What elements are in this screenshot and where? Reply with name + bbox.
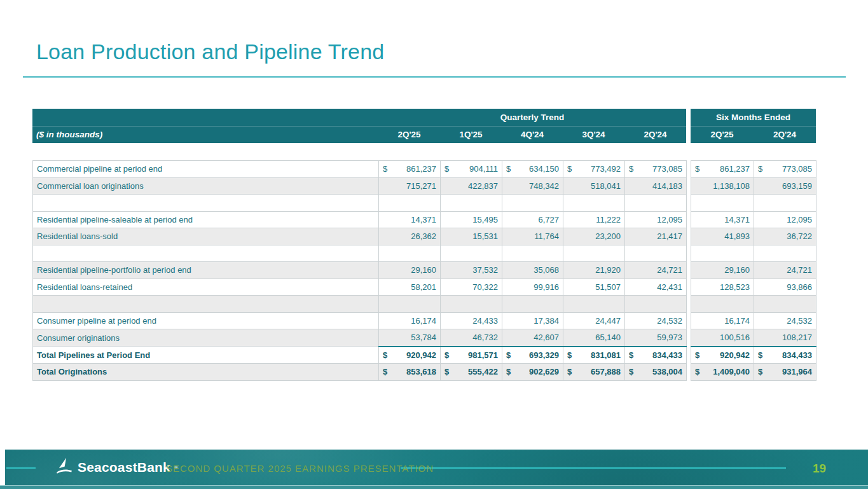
table-group-header-row: Quarterly Trend Six Months Ended [32, 109, 816, 126]
loan-table-body: Commercial pipeline at period end$861,23… [33, 161, 816, 381]
cell-value: 1,138,108 [691, 177, 754, 195]
cell-value [691, 296, 754, 313]
column-gap [687, 279, 691, 296]
dollar-sign: $ [444, 164, 449, 174]
row-label [33, 195, 379, 212]
cell-value: 16,174 [691, 312, 754, 329]
cell-value [441, 296, 502, 313]
column-header-q5: 2Q'24 [624, 126, 686, 143]
cell-value: 15,531 [441, 228, 502, 245]
dollar-sign: $ [758, 164, 762, 174]
cell-value: $902,629 [502, 364, 563, 381]
cell-value: 26,362 [379, 228, 441, 245]
cell-value: $920,942 [691, 347, 754, 364]
column-header-q2: 1Q'25 [440, 126, 502, 143]
presentation-caption: SECOND QUARTER 2025 EARNINGS PRESENTATIO… [166, 463, 434, 474]
cell-value: 42,431 [625, 279, 687, 296]
cell-value [625, 195, 687, 212]
cell-value [379, 245, 441, 262]
cell-value: 21,920 [563, 262, 625, 279]
dollar-sign: $ [758, 350, 762, 360]
table-row: Commercial loan originations715,271422,8… [33, 177, 816, 195]
cell-value [502, 195, 563, 212]
row-label: Commercial pipeline at period end [33, 161, 379, 178]
loan-production-table: Commercial pipeline at period end$861,23… [32, 160, 816, 381]
cell-value: $657,888 [563, 364, 625, 381]
cell-value [563, 296, 625, 313]
cell-value: 37,532 [441, 262, 502, 279]
cell-value: 24,721 [754, 262, 816, 279]
cell-value: 59,973 [625, 329, 687, 347]
cell-value: 46,732 [441, 329, 502, 347]
cell-value: 58,201 [379, 279, 441, 296]
cell-value: 100,516 [691, 329, 754, 347]
row-label: Residential loans-sold [33, 228, 379, 245]
cell-value: $555,422 [441, 364, 502, 381]
column-gap [687, 347, 691, 364]
dollar-sign: $ [629, 164, 633, 174]
header-gap [686, 109, 691, 126]
cell-value [754, 195, 816, 212]
cell-value [625, 296, 687, 313]
cell-value: 715,271 [379, 177, 441, 195]
cell-value [502, 296, 563, 313]
dollar-sign: $ [758, 367, 762, 376]
six-months-header-block: Six Months Ended [691, 109, 816, 126]
cell-value: 24,532 [754, 312, 816, 329]
dollar-sign: $ [383, 350, 387, 360]
column-gap [687, 329, 691, 347]
column-header-q4: 3Q'24 [563, 126, 624, 143]
row-label: Consumer originations [33, 329, 379, 347]
cell-value: 21,417 [625, 228, 687, 245]
cell-value: 693,159 [754, 177, 816, 195]
brand-name: SeacoastBank [78, 460, 170, 475]
cell-value [379, 195, 441, 212]
cell-value: 24,433 [441, 312, 502, 329]
cell-value: $1,409,040 [691, 364, 754, 381]
dollar-sign: $ [567, 164, 572, 174]
cell-value: 99,916 [502, 279, 563, 296]
sail-icon [55, 457, 74, 478]
cell-value: $773,085 [625, 161, 687, 178]
cell-value: $904,111 [441, 161, 502, 178]
title-underline [23, 76, 846, 78]
footer-accent-line-right [401, 467, 786, 469]
cell-value: 24,532 [625, 312, 687, 329]
column-gap [687, 364, 691, 381]
cell-value: 29,160 [691, 262, 754, 279]
cell-value: 17,384 [502, 312, 563, 329]
column-gap [687, 161, 691, 178]
cell-value: 15,495 [441, 211, 502, 228]
row-label: Residential loans-retained [33, 279, 379, 296]
cell-value: $634,150 [502, 161, 563, 178]
cell-value: 422,837 [441, 177, 502, 195]
cell-value: 65,140 [563, 329, 625, 347]
cell-value: 11,764 [502, 228, 563, 245]
cell-value: $861,237 [379, 161, 441, 178]
cell-value: 12,095 [754, 211, 816, 228]
cell-value: 24,447 [563, 312, 625, 329]
dollar-sign: $ [506, 350, 511, 360]
cell-value [754, 296, 816, 313]
cell-value: 518,041 [563, 177, 625, 195]
cell-value: $834,433 [754, 347, 816, 364]
dollar-sign: $ [383, 367, 387, 376]
table-row: Residential pipeline-saleable at period … [33, 211, 816, 228]
cell-value: 41,893 [691, 228, 754, 245]
table-row: Consumer originations53,78446,73242,6076… [33, 329, 816, 347]
cell-value: 35,068 [502, 262, 563, 279]
cell-value: $773,085 [754, 161, 816, 178]
cell-value: $693,329 [502, 347, 563, 364]
cell-value [691, 195, 754, 212]
cell-value: 16,174 [379, 312, 441, 329]
cell-value: 128,523 [691, 279, 754, 296]
cell-value: 53,784 [379, 329, 441, 347]
column-header-q3: 4Q'24 [502, 126, 563, 143]
table-row: Residential loans-sold26,36215,53111,764… [33, 228, 816, 245]
cell-value [441, 245, 502, 262]
dollar-sign: $ [567, 350, 572, 360]
slide: Loan Production and Pipeline Trend Quart… [0, 0, 868, 489]
spacer-row [33, 245, 816, 262]
cell-value: 12,095 [625, 211, 687, 228]
cell-value [563, 195, 625, 212]
